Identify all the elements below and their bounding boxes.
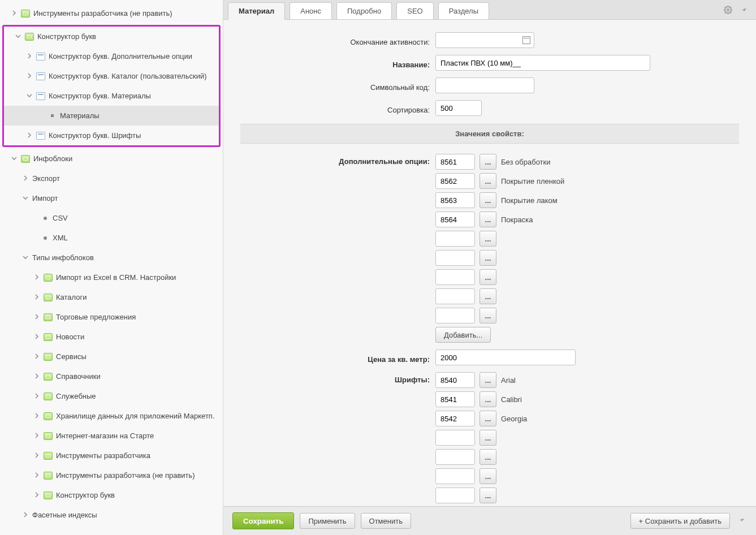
sidebar-item-label: Инструменты разработчика (не править) — [33, 9, 172, 18]
iblock-icon — [25, 33, 34, 41]
sidebar-item[interactable]: Хранилище данных для приложений Маркетп. — [0, 406, 223, 426]
pick-button[interactable]: ... — [479, 212, 496, 227]
tab-анонс[interactable]: Анонс — [290, 2, 332, 19]
sidebar-item[interactable]: Материалы — [4, 106, 219, 126]
activity-end-input[interactable] — [435, 32, 534, 48]
chevron-right-icon — [34, 314, 41, 321]
pick-button[interactable]: ... — [479, 250, 496, 266]
sidebar-item[interactable]: Фасетные индексы — [0, 505, 223, 525]
tab-seo[interactable]: SEO — [396, 2, 433, 19]
sidebar-item-label: Типы инфоблоков — [32, 253, 94, 262]
sidebar-item[interactable]: Сервисы — [0, 347, 223, 366]
sidebar-item[interactable]: Новости — [0, 327, 223, 347]
sidebar-item[interactable]: Торговые предложения — [0, 307, 223, 327]
sidebar-item[interactable]: Конструктор букв. Дополнительные опции — [4, 46, 219, 66]
chevron-right-icon — [34, 472, 41, 479]
sidebar-item-label: Интернет-магазин на Старте — [56, 432, 154, 440]
label-symbolic-code: Символьный код: — [240, 80, 435, 92]
name-input[interactable] — [435, 55, 650, 71]
sidebar-item-label: Справочники — [56, 372, 101, 381]
pin-icon[interactable] — [740, 6, 747, 16]
iblock-icon — [44, 491, 53, 499]
sidebar-item[interactable]: Справочники — [0, 366, 223, 386]
iblock-icon — [21, 10, 30, 18]
chevron-right-icon — [34, 492, 41, 499]
pick-button[interactable]: ... — [479, 468, 496, 484]
property-id-input[interactable] — [435, 212, 475, 227]
square-icon — [47, 112, 57, 120]
save-and-add-button[interactable]: + Сохранить и добавить — [630, 513, 730, 529]
sidebar-item[interactable]: CSV — [0, 208, 223, 228]
sidebar-item-label: Конструктор букв. Дополнительные опции — [49, 52, 192, 61]
pick-button[interactable]: ... — [479, 231, 496, 247]
pick-button[interactable]: ... — [479, 308, 496, 323]
tab-подробно[interactable]: Подробно — [336, 2, 392, 19]
property-id-input[interactable] — [435, 250, 475, 266]
sidebar-item[interactable]: Конструктор букв. Материалы — [4, 86, 219, 106]
sidebar-item[interactable]: Типы инфоблоков — [0, 248, 223, 268]
property-id-input[interactable] — [435, 487, 475, 503]
label-sort: Сортировка: — [240, 102, 435, 114]
symbolic-code-input[interactable] — [435, 77, 534, 93]
property-id-input[interactable] — [435, 308, 475, 323]
pick-button[interactable]: ... — [479, 288, 496, 304]
save-button[interactable]: Сохранить — [232, 512, 294, 529]
pick-button[interactable]: ... — [479, 449, 496, 465]
pick-button[interactable]: ... — [479, 487, 496, 503]
pick-button[interactable]: ... — [479, 411, 496, 426]
property-id-input[interactable] — [435, 372, 475, 388]
property-name-label: Покрытие пленкой — [501, 177, 564, 185]
sidebar-item[interactable]: Конструктор букв. Каталог (пользовательс… — [4, 66, 219, 86]
gear-icon[interactable] — [724, 6, 732, 16]
sidebar-item[interactable]: Импорт — [0, 188, 223, 208]
sidebar-item-label: Импорт — [32, 194, 58, 202]
pick-button[interactable]: ... — [479, 154, 496, 170]
sidebar-item[interactable]: Инструменты разработчика (не править) — [0, 465, 223, 485]
property-id-input[interactable] — [435, 449, 475, 465]
sidebar-item[interactable]: Инструменты разработчика (не править) — [0, 3, 223, 23]
sidebar-item[interactable]: Конструктор букв. Шрифты — [4, 126, 219, 145]
sidebar-item[interactable]: Интернет-магазин на Старте — [0, 426, 223, 446]
property-id-input[interactable] — [435, 430, 475, 446]
property-id-input[interactable] — [435, 391, 475, 407]
sidebar-item[interactable]: Конструктор букв — [0, 485, 223, 505]
property-id-input[interactable] — [435, 468, 475, 484]
sidebar-item-label: Инструменты разработчика (не править) — [56, 471, 195, 480]
property-id-input[interactable] — [435, 192, 475, 208]
apply-button[interactable]: Применить — [300, 513, 355, 529]
sidebar-item[interactable]: Каталоги — [0, 287, 223, 307]
sidebar-item[interactable]: Служебные — [0, 386, 223, 406]
add-button[interactable]: Добавить... — [435, 327, 491, 343]
sidebar-item[interactable]: Инфоблоки — [0, 149, 223, 169]
property-name-label: Georgia — [501, 415, 527, 423]
tab-материал[interactable]: Материал — [228, 2, 285, 20]
property-id-input[interactable] — [435, 269, 475, 285]
page-icon — [36, 92, 45, 100]
price-input[interactable] — [435, 350, 576, 365]
sidebar-item[interactable]: Инструменты разработчика — [0, 446, 223, 465]
sidebar-item[interactable]: Импорт из Excel в CRM. Настройки — [0, 268, 223, 287]
cancel-button[interactable]: Отменить — [361, 513, 411, 529]
tab-разделы[interactable]: Разделы — [438, 2, 489, 19]
pick-button[interactable]: ... — [479, 372, 496, 388]
chevron-right-icon — [34, 452, 41, 459]
iblock-icon — [44, 392, 53, 400]
pick-button[interactable]: ... — [479, 269, 496, 285]
main-panel: МатериалАнонсПодробноSEOРазделы Окончани… — [223, 0, 756, 535]
sidebar-item[interactable]: Экспорт — [0, 169, 223, 188]
footer-pin-icon[interactable] — [736, 516, 747, 526]
pick-button[interactable]: ... — [479, 173, 496, 189]
property-id-input[interactable] — [435, 231, 475, 247]
sidebar-item[interactable]: XML — [0, 228, 223, 248]
property-id-input[interactable] — [435, 173, 475, 189]
pick-button[interactable]: ... — [479, 192, 496, 208]
property-id-input[interactable] — [435, 288, 475, 304]
property-id-input[interactable] — [435, 154, 475, 170]
chevron-right-icon — [34, 393, 41, 400]
property-id-input[interactable] — [435, 411, 475, 426]
sidebar-item[interactable]: Конструктор букв — [4, 27, 219, 46]
sort-input[interactable] — [435, 100, 482, 116]
pick-button[interactable]: ... — [479, 391, 496, 407]
pick-button[interactable]: ... — [479, 430, 496, 446]
arrow-placeholder — [34, 215, 41, 222]
